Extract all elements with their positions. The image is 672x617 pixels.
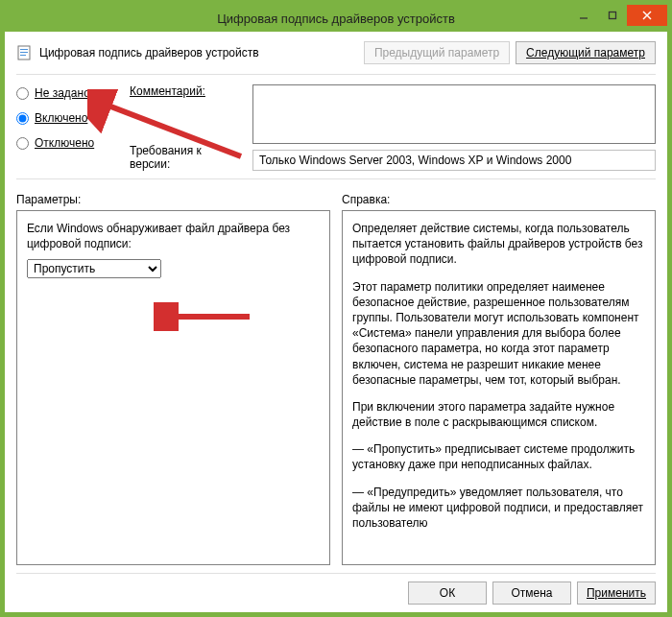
dialog-window: Цифровая подпись драйверов устройств: [0, 0, 672, 617]
svg-rect-1: [610, 12, 616, 19]
help-p2: Этот параметр политики определяет наимен…: [352, 279, 645, 388]
close-button[interactable]: [627, 5, 667, 26]
radio-not-configured-input[interactable]: [16, 87, 29, 100]
svg-rect-7: [20, 55, 26, 56]
nav-buttons: Предыдущий параметр Следующий параметр: [364, 41, 656, 64]
separator: [16, 178, 656, 179]
window-controls: [569, 5, 667, 26]
apply-button[interactable]: Применить: [577, 581, 656, 605]
comment-label: Комментарий:: [130, 84, 235, 98]
radio-not-configured[interactable]: Не задано: [16, 86, 112, 100]
separator: [16, 74, 656, 75]
params-column: Параметры: Если Windows обнаруживает фай…: [16, 193, 330, 565]
bottom-section: Параметры: Если Windows обнаруживает фай…: [16, 193, 656, 565]
svg-rect-6: [20, 52, 28, 53]
requirements-label: Требования к версии:: [130, 144, 235, 171]
help-p1: Определяет действие системы, когда польз…: [352, 221, 645, 268]
svg-rect-5: [20, 49, 28, 50]
help-panel: Определяет действие системы, когда польз…: [342, 210, 656, 565]
ok-button[interactable]: ОК: [408, 581, 487, 605]
policy-icon: [16, 44, 34, 61]
params-header: Параметры:: [16, 193, 330, 206]
titlebar[interactable]: Цифровая подпись драйверов устройств: [5, 5, 667, 32]
help-p4: — «Пропустить» предписывает системе прод…: [352, 441, 645, 472]
help-p3: При включении этого параметра задайте ну…: [352, 399, 645, 430]
radio-disabled-input[interactable]: [16, 137, 29, 150]
window-title: Цифровая подпись драйверов устройств: [5, 12, 667, 26]
help-p5: — «Предупредить» уведомляет пользователя…: [352, 485, 645, 532]
requirements-value: Только Windows Server 2003, Windows XP и…: [252, 150, 656, 171]
signing-action-select[interactable]: Пропустить: [27, 259, 161, 278]
dialog-title: Цифровая подпись драйверов устройств: [39, 46, 259, 59]
field-column: Только Windows Server 2003, Windows XP и…: [252, 84, 656, 171]
maximize-button[interactable]: [598, 5, 627, 26]
dialog-content: Цифровая подпись драйверов устройств Пре…: [5, 32, 667, 612]
previous-setting-button[interactable]: Предыдущий параметр: [364, 41, 510, 64]
minimize-button[interactable]: [569, 5, 598, 26]
next-setting-button[interactable]: Следующий параметр: [516, 41, 656, 64]
dialog-header: Цифровая подпись драйверов устройств Пре…: [16, 41, 656, 64]
radio-enabled[interactable]: Включено: [16, 111, 112, 125]
help-header: Справка:: [342, 193, 656, 206]
help-column: Справка: Определяет действие системы, ко…: [342, 193, 656, 565]
comment-textarea[interactable]: [252, 84, 656, 144]
state-radio-group: Не задано Включено Отключено: [16, 84, 112, 171]
cancel-button[interactable]: Отмена: [492, 581, 571, 605]
param-prompt: Если Windows обнаруживает файл драйвера …: [27, 221, 320, 251]
params-panel: Если Windows обнаруживает файл драйвера …: [16, 210, 330, 565]
dialog-footer: ОК Отмена Применить: [16, 573, 656, 605]
radio-disabled[interactable]: Отключено: [16, 136, 112, 150]
top-section: Не задано Включено Отключено Комментарий…: [16, 84, 656, 171]
radio-enabled-input[interactable]: [16, 112, 29, 125]
label-column: Комментарий: Требования к версии:: [130, 84, 235, 171]
